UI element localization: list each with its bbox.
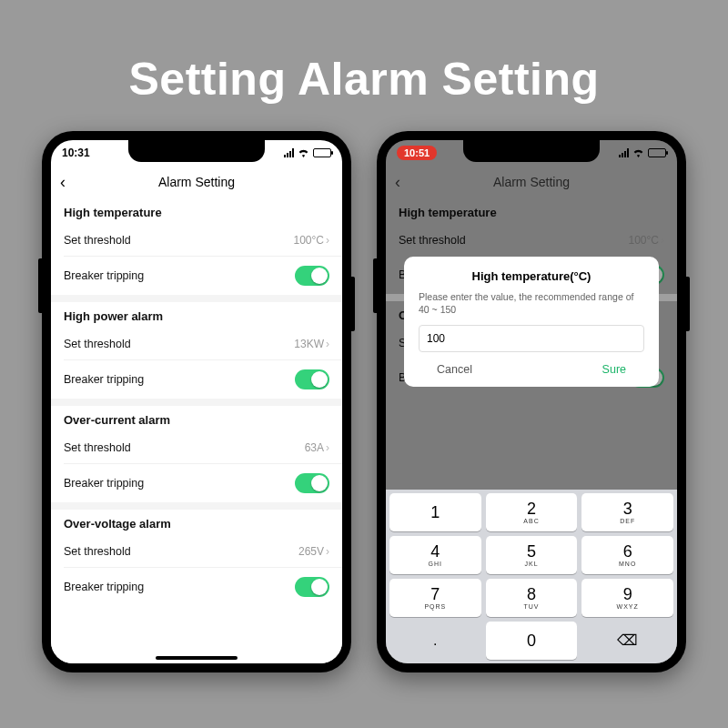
banner-title: Setting Alarm Setting (128, 53, 599, 106)
numeric-keypad: 12ABC3DEF4GHI5JKL6MNO7PQRS8TUV9WXYZ.0⌫ (386, 490, 677, 663)
phone-left: 10:31 ‹ Alarm Setting High temperatureSe… (42, 131, 351, 672)
threshold-row[interactable]: Set threshold265V › (51, 536, 342, 567)
chevron-right-icon: › (326, 338, 329, 350)
status-time: 10:31 (62, 147, 90, 159)
battery-icon (648, 148, 666, 157)
content-left[interactable]: High temperatureSet threshold100°C ›Brea… (51, 198, 342, 663)
key-0[interactable]: 0 (486, 622, 578, 660)
threshold-value: 63A › (305, 441, 329, 454)
modal-hint: Please enter the value, the recommended … (419, 290, 644, 316)
toggle[interactable] (295, 473, 329, 493)
section-title: Over-current alarm (51, 406, 342, 432)
threshold-label: Set threshold (64, 545, 131, 558)
signal-icon (619, 148, 629, 157)
threshold-modal: High temperature(°C) Please enter the va… (404, 257, 659, 387)
toggle[interactable] (295, 369, 329, 389)
key-8[interactable]: 8TUV (486, 579, 578, 617)
status-icons (284, 148, 331, 157)
breaker-row: Breaker tripping (51, 568, 342, 606)
chevron-right-icon: › (326, 441, 329, 454)
section-title: High temperature (51, 198, 342, 225)
backspace-key[interactable]: ⌫ (581, 622, 673, 660)
status-bar: 10:31 (51, 140, 342, 166)
breaker-row: Breaker tripping (51, 257, 342, 295)
wifi-icon (298, 148, 309, 157)
cancel-button[interactable]: Cancel (437, 363, 472, 376)
back-icon[interactable]: ‹ (60, 173, 66, 192)
phone-right: 10:51 ‹ Alarm Setting High temperature S… (377, 131, 686, 672)
screen-right: 10:51 ‹ Alarm Setting High temperature S… (386, 140, 677, 663)
modal-title: High temperature(°C) (419, 269, 644, 283)
threshold-row[interactable]: Set threshold100°C › (51, 225, 342, 256)
phones-wrapper: 10:31 ‹ Alarm Setting High temperatureSe… (42, 131, 686, 672)
breaker-label: Breaker tripping (64, 581, 144, 593)
key-7[interactable]: 7PQRS (389, 579, 481, 617)
key-5[interactable]: 5JKL (486, 536, 578, 574)
navbar: ‹ Alarm Setting (51, 166, 342, 198)
threshold-value: 265V › (298, 545, 329, 558)
breaker-label: Breaker tripping (64, 269, 144, 282)
page-title: Alarm Setting (158, 175, 235, 189)
wifi-icon (632, 148, 644, 157)
toggle[interactable] (295, 577, 329, 597)
chevron-right-icon: › (326, 234, 329, 247)
sure-button[interactable]: Sure (602, 363, 626, 376)
breaker-label: Breaker tripping (64, 373, 144, 386)
signal-icon (284, 148, 294, 157)
threshold-value: 100°C › (294, 234, 330, 247)
status-time: 10:51 (397, 147, 437, 159)
threshold-value: 13KW › (294, 338, 329, 350)
key-9[interactable]: 9WXYZ (581, 579, 673, 617)
threshold-row[interactable]: Set threshold63A › (51, 432, 342, 463)
home-indicator[interactable] (156, 656, 238, 660)
threshold-row[interactable]: Set threshold13KW › (51, 329, 342, 359)
key-3[interactable]: 3DEF (581, 493, 673, 531)
key-4[interactable]: 4GHI (389, 536, 481, 574)
notch (128, 140, 265, 162)
status-icons (619, 148, 666, 157)
section-title: Over-voltage alarm (51, 510, 342, 536)
threshold-label: Set threshold (64, 441, 131, 454)
threshold-label: Set threshold (64, 234, 131, 247)
threshold-label: Set threshold (64, 338, 131, 350)
section-title: High power alarm (51, 302, 342, 329)
breaker-label: Breaker tripping (64, 477, 144, 490)
key-6[interactable]: 6MNO (581, 536, 673, 574)
screen-left: 10:31 ‹ Alarm Setting High temperatureSe… (51, 140, 342, 663)
key-2[interactable]: 2ABC (486, 493, 578, 531)
battery-icon (313, 148, 331, 157)
key-1[interactable]: 1 (389, 493, 481, 531)
chevron-right-icon: › (326, 545, 329, 558)
dot-key[interactable]: . (389, 622, 481, 660)
toggle[interactable] (295, 266, 329, 286)
breaker-row: Breaker tripping (51, 464, 342, 502)
modal-input[interactable] (419, 325, 644, 352)
breaker-row: Breaker tripping (51, 360, 342, 399)
